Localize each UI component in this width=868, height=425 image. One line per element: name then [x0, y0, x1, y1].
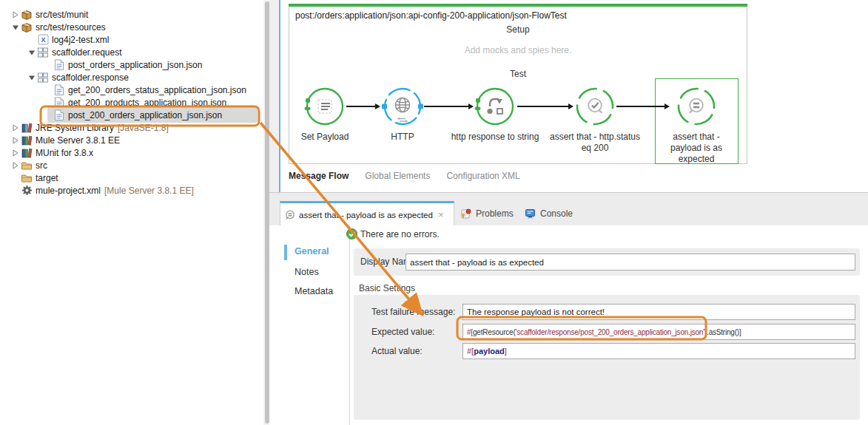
chevron-collapsed-icon[interactable]: [10, 123, 21, 133]
status-message: There are no errors.: [360, 229, 440, 239]
node-assert-payload[interactable]: [676, 86, 717, 127]
svg-text:X: X: [41, 36, 45, 44]
chevron-expanded-icon[interactable]: [10, 22, 21, 33]
no-arrow: [43, 98, 53, 108]
panel-divider: [349, 225, 350, 425]
tab-assert-properties[interactable]: assert that - payload is as expected ×: [280, 201, 454, 226]
no-arrow: [10, 173, 21, 183]
library-icon: [21, 135, 33, 146]
xml-file-icon: X: [37, 34, 49, 46]
expected-value-input[interactable]: #[getResource('scaffolder/response/post_…: [462, 324, 855, 340]
mel-close: ]: [505, 347, 507, 356]
package-icon: [21, 21, 33, 33]
node-http-response-to-string[interactable]: [474, 86, 516, 127]
gear-icon: [21, 185, 33, 197]
tree-item-label: src/test/resources: [36, 22, 106, 33]
module-icon: [37, 47, 49, 58]
tab-label: assert that - payload is as expected: [299, 211, 433, 220]
flow-arrow: [616, 106, 665, 107]
assert-equals-icon: [285, 210, 295, 220]
module-icon: [37, 72, 49, 84]
anypoint-studio-window: src/test/munit src/test/resources X log4…: [0, 0, 868, 425]
nav-notes[interactable]: Notes: [295, 267, 319, 277]
basic-settings-group: Test failure message: The response paylo…: [354, 295, 860, 420]
node-label: http response to string: [447, 132, 543, 143]
tab-configuration-xml[interactable]: Configuration XML: [446, 171, 519, 181]
display-name-input[interactable]: assert that - payload is as expected: [406, 254, 855, 271]
tab-problems[interactable]: Problems: [460, 201, 514, 226]
tab-global-elements[interactable]: Global Elements: [365, 171, 430, 181]
library-icon: [21, 122, 33, 134]
nav-general[interactable]: General: [295, 246, 329, 256]
chevron-collapsed-icon[interactable]: [10, 148, 21, 158]
tree-item-label: get_200_orders_status_application_json.j…: [68, 85, 246, 95]
properties-panel: General Notes Metadata There are no erro…: [269, 225, 868, 425]
tree-item-src-test-resources[interactable]: src/test/resources: [0, 21, 263, 33]
mel-open: #[: [467, 347, 474, 356]
munit-test-flow-container[interactable]: post:/orders:application/json:api-config…: [289, 4, 747, 164]
tree-item-label: JRE System Library: [36, 123, 114, 133]
folder-icon: [21, 160, 33, 171]
flow-title: post:/orders:application/json:api-config…: [295, 10, 567, 21]
node-set-payload[interactable]: [304, 86, 346, 127]
library-icon: [21, 147, 33, 159]
test-failure-value: The response payload is not correct!: [467, 307, 605, 316]
tree-item-label: Mule Server 3.8.1 EE: [36, 135, 120, 146]
tree-item-label: get_200_products_application_json.json: [68, 98, 226, 108]
active-nav-indicator: [284, 245, 287, 260]
expected-value-label: Expected value:: [371, 327, 434, 337]
node-label: assert that - http.status eq 200: [547, 132, 643, 154]
tree-item-munit-library[interactable]: MUnit for 3.8.x: [0, 146, 263, 159]
no-arrow: [43, 110, 53, 120]
tree-item-src-folder[interactable]: src: [0, 159, 263, 171]
tree-item-src-test-munit[interactable]: src/test/munit: [0, 8, 263, 21]
json-file-icon: [53, 59, 65, 71]
node-http[interactable]: [382, 86, 423, 127]
chevron-expanded-icon[interactable]: [27, 47, 37, 58]
tab-label: Console: [540, 208, 573, 219]
test-failure-input[interactable]: The response payload is not correct!: [462, 304, 855, 320]
tree-item-decoration: [Mule Server 3.8.1 EE]: [104, 186, 194, 196]
tree-item-label: src: [36, 160, 47, 171]
tree-item-scaffolder-response[interactable]: scaffolder.response: [0, 71, 263, 84]
actual-value-input[interactable]: #[payload]: [462, 343, 855, 359]
message-flow-canvas[interactable]: post:/orders:application/json:api-config…: [280, 0, 868, 192]
tab-console[interactable]: Console: [525, 201, 573, 226]
nav-metadata[interactable]: Metadata: [295, 286, 333, 296]
tree-item-mule-project-xml[interactable]: mule-project.xml [Mule Server 3.8.1 EE]: [0, 184, 263, 197]
flow-header-bar: [289, 4, 747, 7]
flow-arrow: [424, 106, 469, 107]
tree-item-label: src/test/munit: [36, 10, 88, 20]
tree-item-target-folder[interactable]: target: [0, 171, 263, 184]
package-explorer: src/test/munit src/test/resources X log4…: [0, 0, 263, 425]
problems-icon: [460, 208, 471, 220]
tree-item-mule-server[interactable]: Mule Server 3.8.1 EE: [0, 134, 263, 146]
tree-item-post-200-orders[interactable]: post_200_orders_application_json.json: [0, 109, 263, 121]
node-label: HTTP: [354, 132, 451, 143]
chevron-expanded-icon[interactable]: [27, 72, 37, 83]
tree-item-label: MUnit for 3.8.x: [36, 148, 93, 158]
tree-item-log4j2[interactable]: X log4j2-test.xml: [0, 33, 263, 46]
test-section-label: Test: [289, 69, 747, 79]
tree-item-jre-library[interactable]: JRE System Library [JavaSE-1.8]: [0, 121, 263, 134]
tree-item-get-200-orders-status[interactable]: get_200_orders_status_application_json.j…: [0, 84, 263, 96]
tab-message-flow[interactable]: Message Flow: [289, 171, 349, 181]
json-file-icon: [53, 109, 65, 121]
tree-item-scaffolder-request[interactable]: scaffolder.request: [0, 46, 263, 58]
node-label: assert that - payload is as expected: [662, 132, 730, 165]
tree-item-label: post_200_orders_application_json.json: [68, 110, 222, 120]
scrollbar-thumb[interactable]: [265, 1, 269, 424]
close-icon[interactable]: ×: [438, 209, 444, 220]
chevron-collapsed-icon[interactable]: [10, 160, 21, 171]
setup-section-label: Setup: [289, 24, 747, 35]
tab-label: Problems: [476, 208, 514, 219]
tree-item-post-orders-json[interactable]: post_orders_application_json.json: [0, 58, 263, 71]
node-assert-http-status[interactable]: [574, 86, 616, 127]
chevron-collapsed-icon[interactable]: [10, 10, 21, 20]
flow-arrow: [517, 106, 569, 107]
tree-item-label: mule-project.xml: [36, 186, 101, 196]
no-arrow: [43, 85, 53, 95]
flow-editor-tabs: Message Flow Global Elements Configurati…: [289, 171, 520, 181]
test-failure-label: Test failure message:: [371, 307, 455, 317]
chevron-collapsed-icon[interactable]: [10, 135, 21, 146]
